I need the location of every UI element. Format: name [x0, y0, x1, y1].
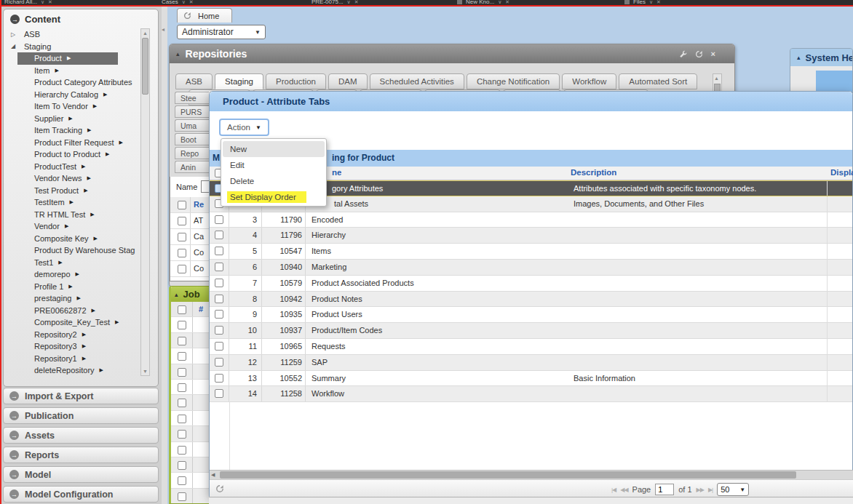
sidebar-accordion-reports[interactable]: →Reports: [3, 447, 159, 463]
row-checkbox[interactable]: [215, 295, 223, 303]
chevron-down-icon[interactable]: ∨: [498, 0, 501, 5]
tree-item-menu-icon[interactable]: ▶: [119, 140, 122, 145]
tree-expanded-icon[interactable]: ◢: [11, 43, 15, 49]
table-row[interactable]: 1411258Workflow: [210, 386, 852, 402]
sidebar-tree-item[interactable]: Profile 1▶: [4, 281, 140, 293]
sidebar-tree-item[interactable]: Item To Vendor▶: [4, 100, 140, 113]
collapse-panel-icon[interactable]: ▴: [176, 50, 180, 57]
select-all-checkbox[interactable]: [178, 201, 186, 209]
last-page-icon[interactable]: ▶|: [708, 487, 713, 493]
tree-scrollbar[interactable]: ▲ ▼: [140, 28, 150, 376]
page-size-select[interactable]: 50 ▼: [717, 483, 749, 496]
tree-item-menu-icon[interactable]: ▶: [82, 332, 86, 337]
close-icon[interactable]: ✕: [354, 0, 359, 5]
row-checkbox[interactable]: [215, 358, 223, 367]
page-number-input[interactable]: [655, 484, 674, 495]
row-checkbox[interactable]: [215, 374, 223, 383]
menu-item-edit[interactable]: Edit: [221, 157, 326, 173]
tree-item-menu-icon[interactable]: ▶: [84, 188, 87, 193]
row-checkbox[interactable]: [178, 446, 186, 455]
sidebar-tree-item[interactable]: Composite Key▶: [4, 233, 140, 245]
tree-item-menu-icon[interactable]: ▶: [58, 260, 62, 265]
repository-tab-stub[interactable]: Boot: [175, 133, 209, 145]
sidebar-accordion-assets[interactable]: →Assets: [3, 427, 159, 444]
sidebar-accordion-import-export[interactable]: →Import & Export: [3, 388, 159, 404]
column-header-name[interactable]: ne: [332, 168, 341, 177]
wrench-icon[interactable]: [679, 50, 687, 58]
tree-item-menu-icon[interactable]: ▶: [93, 103, 97, 109]
table-row[interactable]: 510547Items: [210, 244, 852, 260]
sidebar-tree-item[interactable]: Repository1▶: [4, 353, 140, 365]
repository-tab-stub[interactable]: Anin: [175, 161, 209, 173]
sidebar-accordion-publication[interactable]: →Publication: [3, 407, 159, 424]
hscroll-thumb[interactable]: [220, 471, 796, 479]
sidebar-tree-item[interactable]: Test1▶: [4, 257, 140, 269]
tree-item-menu-icon[interactable]: ▶: [94, 236, 98, 241]
close-icon[interactable]: ✕: [505, 0, 509, 5]
close-icon[interactable]: ✕: [189, 0, 194, 5]
browser-tab[interactable]: Richard All...∨✕: [4, 0, 52, 5]
sidebar-accordion-model[interactable]: →Model: [3, 466, 159, 483]
mini-table-row[interactable]: AT: [170, 213, 210, 229]
row-checkbox[interactable]: [215, 389, 223, 398]
row-checkbox[interactable]: [178, 321, 186, 329]
menu-item-delete[interactable]: Delete: [221, 173, 326, 189]
tree-item-menu-icon[interactable]: ▶: [106, 151, 109, 157]
next-page-icon[interactable]: ▶▶: [697, 487, 704, 493]
mini-table-row[interactable]: Ca: [170, 229, 210, 245]
chevron-down-icon[interactable]: ∨: [41, 0, 44, 5]
menu-item-set-display-order[interactable]: Set Display Order: [221, 189, 326, 205]
tree-item-menu-icon[interactable]: ▶: [90, 212, 94, 217]
tab-home[interactable]: Home: [177, 8, 232, 23]
repository-tab[interactable]: Staging: [215, 73, 263, 89]
refresh-icon[interactable]: [183, 12, 191, 20]
tree-item-menu-icon[interactable]: ▶: [68, 116, 72, 121]
sidebar-tree-item[interactable]: Item Tracking▶: [4, 124, 140, 137]
scroll-left-icon[interactable]: ◀: [211, 472, 215, 478]
sidebar-tree-item[interactable]: Product Category Attributes: [4, 76, 140, 89]
row-checkbox[interactable]: [178, 476, 186, 485]
sidebar-accordion-model-configuration[interactable]: →Model Configuration: [3, 486, 159, 503]
scroll-down-icon[interactable]: ▼: [142, 369, 148, 374]
column-header-display-order[interactable]: Displa: [830, 168, 853, 177]
sidebar-tree-item[interactable]: deleteRepository▶: [4, 364, 140, 377]
system-health-header[interactable]: ▴ System Health: [790, 49, 852, 66]
repository-tab[interactable]: ASB: [175, 73, 213, 89]
tree-item-menu-icon[interactable]: ▶: [67, 55, 71, 61]
sidebar-tree-item[interactable]: demorepo▶: [4, 268, 140, 281]
sidebar-tree-item[interactable]: Product to Product▶: [4, 148, 140, 161]
role-select[interactable]: Administrator ▼: [177, 25, 266, 39]
horizontal-scrollbar[interactable]: ◀: [210, 470, 853, 479]
tree-item-menu-icon[interactable]: ▶: [55, 68, 58, 73]
tree-item-menu-icon[interactable]: ▶: [68, 284, 72, 289]
table-row[interactable]: 710579Product Associated Products: [210, 276, 852, 292]
table-row[interactable]: 411796Hierarchy: [210, 228, 852, 244]
mini-table-row[interactable]: Co: [170, 261, 210, 277]
sidebar-tree-item[interactable]: PRE00662872▶: [4, 305, 140, 317]
table-row[interactable]: 610940Marketing: [210, 260, 852, 276]
table-row[interactable]: 1110965Requests: [210, 339, 852, 355]
tree-item-menu-icon[interactable]: ▶: [82, 356, 86, 361]
row-checkbox[interactable]: [178, 249, 186, 257]
column-header-description[interactable]: Description: [571, 168, 616, 177]
repositories-panel-header[interactable]: ▴ Repositories ×: [170, 44, 734, 63]
scroll-up-icon[interactable]: ▲: [714, 76, 719, 81]
row-checkbox[interactable]: [178, 492, 186, 501]
browser-tab[interactable]: PRE-0075...∨✕: [312, 0, 359, 5]
chevron-down-icon[interactable]: ∨: [649, 0, 653, 5]
tree-scrollbar-thumb[interactable]: [142, 38, 148, 95]
row-checkbox[interactable]: [178, 430, 186, 439]
table-row[interactable]: 810942Product Notes: [210, 292, 852, 308]
chevron-down-icon[interactable]: ∨: [347, 0, 351, 5]
sidebar-tree-item[interactable]: Hierarchy Catalog▶: [4, 89, 140, 101]
sidebar-tree-item[interactable]: prestaging▶: [4, 292, 140, 305]
repository-tab-stub[interactable]: Repo: [175, 147, 209, 159]
tree-item-menu-icon[interactable]: ▶: [82, 343, 86, 349]
close-icon[interactable]: ✕: [48, 0, 52, 5]
prev-page-icon[interactable]: ◀◀: [620, 487, 627, 493]
sidebar-tree-item[interactable]: Composite_Key_Test▶: [4, 316, 140, 329]
collapse-panel-icon[interactable]: ▴: [797, 54, 801, 61]
tree-item-menu-icon[interactable]: ▶: [92, 308, 95, 313]
row-checkbox[interactable]: [178, 217, 186, 225]
row-checkbox[interactable]: [215, 215, 223, 224]
